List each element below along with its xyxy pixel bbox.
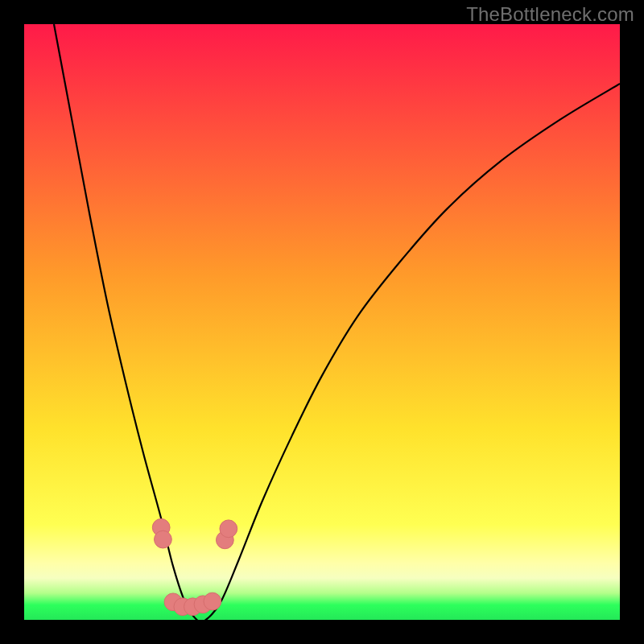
bottleneck-curve	[54, 24, 620, 620]
chart-frame: TheBottleneck.com	[0, 0, 644, 644]
watermark-text: TheBottleneck.com	[466, 3, 634, 26]
curve-markers	[152, 518, 237, 615]
plot-area	[24, 24, 620, 620]
curve-marker	[155, 530, 172, 548]
curve-layer	[24, 24, 620, 620]
curve-marker	[220, 520, 237, 538]
curve-marker	[204, 592, 221, 610]
